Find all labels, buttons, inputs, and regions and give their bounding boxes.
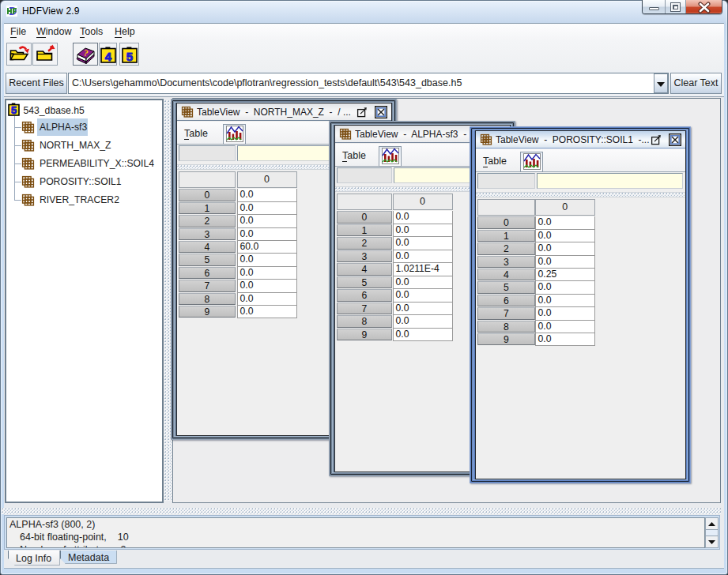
svg-text:5: 5 — [126, 49, 132, 62]
svg-text:4: 4 — [104, 49, 111, 62]
svg-text:5: 5 — [11, 104, 17, 116]
